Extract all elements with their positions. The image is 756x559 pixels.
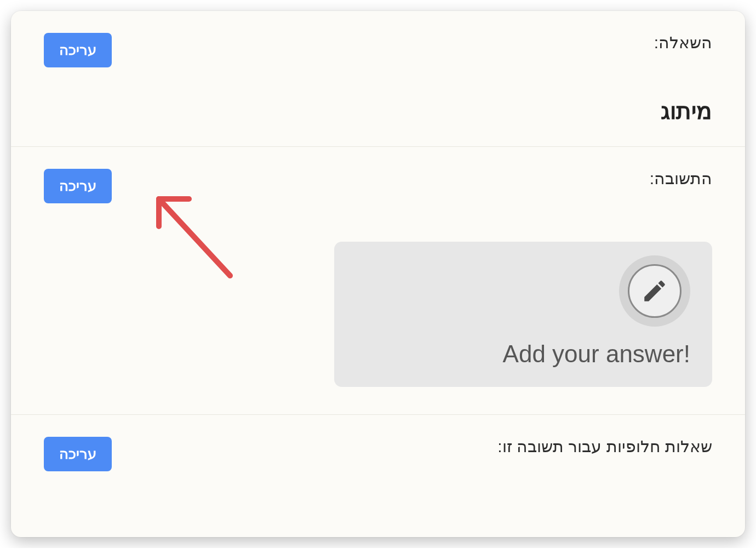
question-section: השאלה: עריכה מיתוג xyxy=(11,11,745,147)
question-heading: מיתוג xyxy=(44,98,712,124)
pencil-badge-inner xyxy=(628,264,681,318)
alternatives-section: שאלות חלופיות עבור תשובה זו: עריכה xyxy=(11,415,745,537)
question-edit-button[interactable]: עריכה xyxy=(44,33,112,67)
answer-label: התשובה: xyxy=(650,169,712,188)
answer-placeholder-text: Add your answer! xyxy=(356,340,690,368)
answer-row: התשובה: עריכה xyxy=(44,169,712,203)
answer-edit-button[interactable]: עריכה xyxy=(44,169,112,203)
pencil-badge-icon xyxy=(619,255,690,327)
question-row: השאלה: עריכה xyxy=(44,33,712,67)
answer-section: התשובה: עריכה Add your answer! xyxy=(11,147,745,415)
alternatives-row: שאלות חלופיות עבור תשובה זו: עריכה xyxy=(44,437,712,471)
content-card: השאלה: עריכה מיתוג התשובה: עריכה Add you… xyxy=(11,11,745,537)
alternatives-edit-button[interactable]: עריכה xyxy=(44,437,112,471)
question-label: השאלה: xyxy=(654,33,712,52)
answer-placeholder-card[interactable]: Add your answer! xyxy=(334,242,712,387)
alternatives-label: שאלות חלופיות עבור תשובה זו: xyxy=(497,437,712,456)
svg-line-0 xyxy=(159,199,230,276)
pencil-icon xyxy=(641,277,668,305)
